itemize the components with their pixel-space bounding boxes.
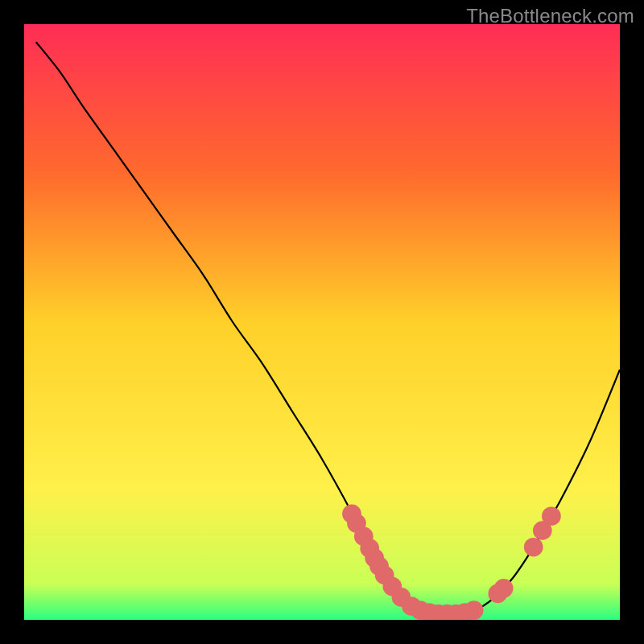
curve-marker (542, 506, 561, 526)
gradient-background (24, 24, 620, 620)
curve-marker (464, 601, 484, 620)
plot-svg (24, 24, 620, 620)
curve-marker (494, 579, 514, 598)
plot-area (24, 24, 620, 620)
chart-frame: TheBottleneck.com (0, 0, 644, 644)
curve-marker (524, 538, 543, 557)
watermark-text: TheBottleneck.com (466, 5, 634, 27)
